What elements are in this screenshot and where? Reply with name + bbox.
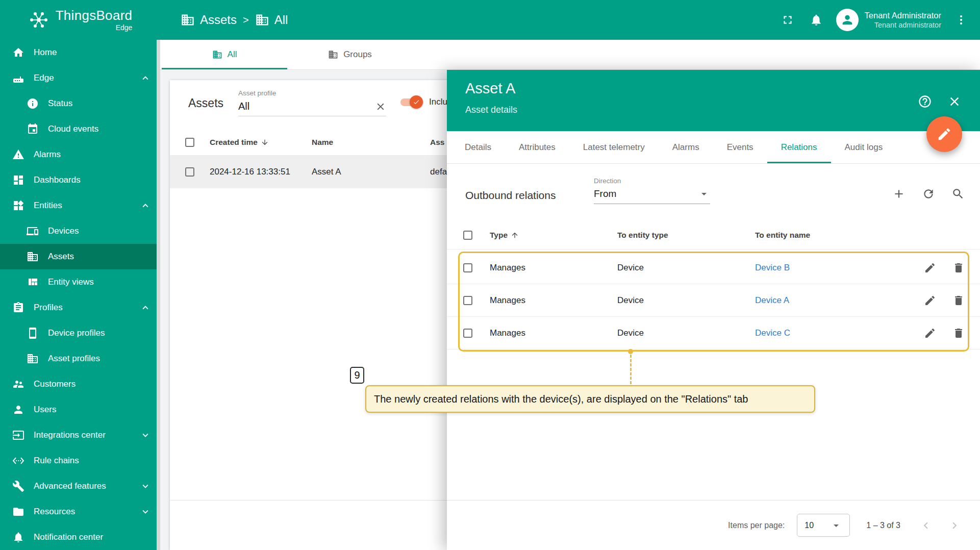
notifications-button[interactable]	[803, 7, 829, 33]
sidebar-scrollbar[interactable]	[157, 40, 160, 550]
column-to-entity-type[interactable]: To entity type	[617, 231, 755, 240]
delete-relation-button[interactable]	[952, 262, 965, 274]
entity-link[interactable]: Device C	[755, 328, 903, 338]
sidebar-item-assets[interactable]: Assets	[0, 244, 160, 269]
sidebar-item-resources[interactable]: Resources	[0, 499, 160, 524]
sidebar-item-label: Users	[34, 405, 56, 415]
asset-details-panel: Asset A Asset details Details Attributes…	[447, 70, 980, 550]
sidebar-item-dashboards[interactable]: Dashboards	[0, 167, 160, 193]
table-row[interactable]: Manages Device Device C	[447, 317, 980, 349]
sidebar-item-cloud-events[interactable]: Cloud events	[0, 116, 160, 142]
tab-relations[interactable]: Relations	[767, 131, 831, 163]
delete-relation-button[interactable]	[952, 294, 965, 307]
row-checkbox[interactable]	[463, 329, 472, 338]
sidebar-item-device-profiles[interactable]: Device profiles	[0, 320, 160, 346]
column-to-entity-name[interactable]: To entity name	[755, 231, 903, 240]
edit-pencil-icon	[924, 294, 936, 307]
next-page-button[interactable]	[946, 517, 963, 534]
column-name[interactable]: Name	[312, 138, 430, 147]
clear-filter-button[interactable]	[375, 101, 386, 112]
edit-relation-button[interactable]	[924, 294, 936, 307]
cell-type: Manages	[490, 328, 617, 338]
sidebar-item-profiles[interactable]: Profiles	[0, 295, 160, 320]
cell-to-entity-type: Device	[617, 263, 755, 273]
sidebar-item-entity-views[interactable]: Entity views	[0, 269, 160, 295]
filter-value: All	[238, 101, 249, 112]
select-all-checkbox[interactable]	[463, 231, 472, 240]
table-row[interactable]: Manages Device Device A	[447, 284, 980, 317]
edit-relation-button[interactable]	[924, 262, 936, 274]
direction-select[interactable]: Direction From	[594, 177, 710, 204]
top-bar: ThingsBoard Edge Assets > All Tenant Adm…	[0, 0, 980, 40]
edit-relation-button[interactable]	[924, 327, 936, 339]
sidebar-item-notification-center[interactable]: Notification center	[0, 524, 160, 550]
user-menu[interactable]: Tenant Administrator Tenant administrato…	[832, 9, 945, 31]
asset-profile-filter[interactable]: Asset profile All	[238, 89, 386, 116]
tab-audit-logs[interactable]: Audit logs	[831, 131, 897, 163]
relations-table-head: Type To entity type To entity name	[447, 221, 980, 249]
edit-pencil-icon	[937, 127, 952, 142]
sidebar-item-label: Profiles	[34, 303, 63, 313]
kebab-menu-button[interactable]	[948, 7, 974, 33]
entity-link[interactable]: Device B	[755, 263, 903, 273]
add-relation-button[interactable]	[892, 187, 906, 201]
thingsboard-logo-icon	[28, 9, 49, 31]
chevron-up-icon	[140, 72, 151, 84]
sidebar-item-integrations-center[interactable]: Integrations center	[0, 422, 160, 448]
sidebar-item-advanced-features[interactable]: Advanced features	[0, 473, 160, 499]
thingsboard-logo[interactable]: ThingsBoard Edge	[0, 0, 160, 40]
asset-icon	[212, 49, 222, 60]
table-row[interactable]: Manages Device Device B	[447, 252, 980, 284]
avatar-person-icon	[840, 13, 855, 27]
tab-all[interactable]: All	[162, 40, 287, 69]
column-type[interactable]: Type	[490, 231, 617, 240]
search-button[interactable]	[951, 187, 965, 201]
tab-alarms[interactable]: Alarms	[659, 131, 713, 163]
sidebar-item-asset-profiles[interactable]: Asset profiles	[0, 346, 160, 371]
cell-to-entity-type: Device	[617, 295, 755, 306]
tab-latest-telemetry[interactable]: Latest telemetry	[569, 131, 659, 163]
sidebar-item-devices[interactable]: Devices	[0, 218, 160, 244]
row-checkbox[interactable]	[463, 296, 472, 305]
cell-created-time: 2024-12-16 13:33:51	[210, 167, 312, 177]
column-created-time[interactable]: Created time	[210, 138, 312, 147]
sidebar-item-rule-chains[interactable]: Rule chains	[0, 448, 160, 473]
sidebar-item-label: Dashboards	[34, 175, 81, 185]
sidebar-item-label: Assets	[48, 252, 74, 262]
sidebar-item-users[interactable]: Users	[0, 397, 160, 422]
sidebar-item-edge[interactable]: Edge	[0, 65, 160, 91]
pagination-bar: Items per page: 10 1 – 3 of 3	[447, 500, 980, 550]
help-icon	[918, 94, 932, 109]
entity-link[interactable]: Device A	[755, 295, 903, 306]
sidebar-item-label: Entity views	[48, 277, 94, 287]
sidebar-item-home[interactable]: Home	[0, 40, 160, 65]
close-panel-button[interactable]	[946, 93, 963, 110]
breadcrumb-assets[interactable]: Assets	[181, 13, 237, 27]
close-icon	[375, 101, 386, 112]
sidebar-item-status[interactable]: Status	[0, 91, 160, 116]
sidebar-item-alarms[interactable]: Alarms	[0, 142, 160, 167]
row-checkbox[interactable]	[463, 263, 472, 272]
help-button[interactable]	[917, 93, 933, 110]
previous-page-button[interactable]	[918, 517, 934, 534]
edit-fab[interactable]	[926, 116, 962, 152]
tab-details[interactable]: Details	[451, 131, 505, 163]
delete-relation-button[interactable]	[952, 327, 965, 339]
sidebar-item-entities[interactable]: Entities	[0, 193, 160, 218]
check-icon	[413, 98, 420, 106]
breadcrumb-all[interactable]: All	[255, 13, 288, 27]
sidebar-item-label: Rule chains	[34, 456, 79, 466]
notifications-icon	[810, 13, 823, 27]
items-per-page-select[interactable]: 10	[797, 514, 850, 537]
fullscreen-button[interactable]	[775, 7, 800, 33]
row-checkbox[interactable]	[185, 167, 194, 177]
refresh-button[interactable]	[922, 187, 935, 201]
sidebar-item-customers[interactable]: Customers	[0, 371, 160, 397]
asset-group-icon	[328, 49, 338, 60]
resources-icon	[12, 506, 24, 518]
select-all-checkbox[interactable]	[185, 138, 194, 147]
tab-events[interactable]: Events	[713, 131, 767, 163]
tab-groups[interactable]: Groups	[287, 40, 413, 69]
include-toggle[interactable]	[399, 95, 422, 109]
tab-attributes[interactable]: Attributes	[505, 131, 569, 163]
